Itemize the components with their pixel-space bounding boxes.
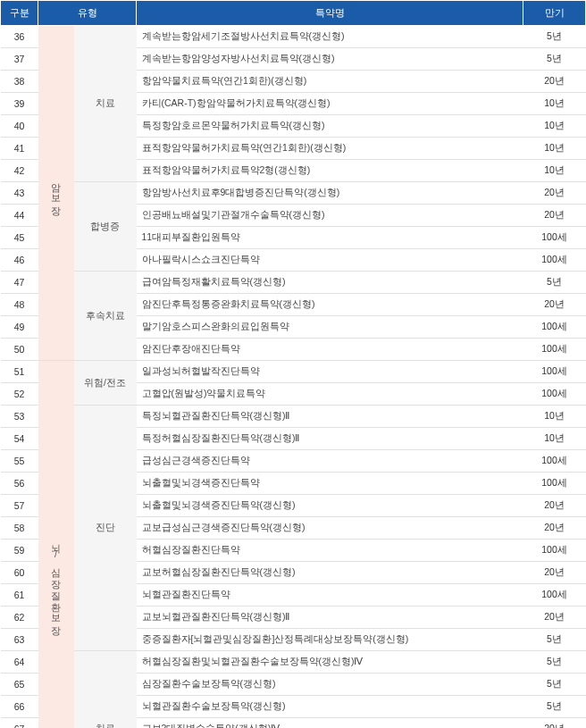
row-number: 37 <box>1 48 38 71</box>
rider-term: 100세 <box>523 227 586 249</box>
row-number: 51 <box>1 361 38 383</box>
type-cell: 진단 <box>74 406 137 651</box>
rider-term: 5년 <box>523 26 586 48</box>
rider-term: 20년 <box>523 182 586 205</box>
row-number: 59 <box>1 540 38 562</box>
row-number: 57 <box>1 495 38 517</box>
rider-name: 특정항암호르몬약물허가치료특약(갱신형) <box>137 115 523 138</box>
rider-term: 20년 <box>523 607 586 629</box>
rider-name: 인공배뇨배설및기관절개수술특약(갱신형) <box>137 205 523 227</box>
category-cell: 뇌/심장질환보장 <box>38 361 74 729</box>
row-number: 48 <box>1 294 38 316</box>
row-number: 47 <box>1 272 38 294</box>
rider-term: 100세 <box>523 584 586 607</box>
rider-name: 일과성뇌허혈발작진단특약 <box>137 361 523 383</box>
rider-term: 20년 <box>523 718 586 729</box>
rider-name: 특정뇌혈관질환진단특약(갱신형)Ⅱ <box>137 406 523 428</box>
table-row: 47후속치료급여암특정재활치료특약(갱신형)5년 <box>1 272 586 294</box>
rider-term: 100세 <box>523 540 586 562</box>
rider-name: 11대피부질환입원특약 <box>137 227 523 249</box>
row-number: 41 <box>1 138 38 160</box>
row-number: 60 <box>1 562 38 584</box>
rider-term: 10년 <box>523 406 586 428</box>
row-number: 49 <box>1 316 38 339</box>
rider-term: 20년 <box>523 71 586 93</box>
rider-name: 표적항암약물허가치료특약2형(갱신형) <box>137 160 523 182</box>
rider-term: 20년 <box>523 294 586 316</box>
rider-name: 뇌출혈및뇌경색증진단특약 <box>137 473 523 495</box>
rider-name: 허혈심장질환및뇌혈관질환수술보장특약(갱신형)Ⅳ <box>137 651 523 674</box>
row-number: 62 <box>1 607 38 629</box>
row-number: 38 <box>1 71 38 93</box>
rider-term: 100세 <box>523 383 586 406</box>
row-number: 42 <box>1 160 38 182</box>
rider-term: 20년 <box>523 495 586 517</box>
rider-term: 10년 <box>523 115 586 138</box>
category-cell: 암보장 <box>38 26 74 361</box>
table-row: 43합병증항암방사선치료후9대합병증진단특약(갱신형)20년 <box>1 182 586 205</box>
header-row: 구분 유형 특약명 만기 <box>1 1 586 26</box>
row-number: 36 <box>1 26 38 48</box>
rider-term: 5년 <box>523 48 586 71</box>
rider-name: 말기암호스피스완화의료입원특약 <box>137 316 523 339</box>
row-number: 65 <box>1 674 38 696</box>
header-term: 만기 <box>523 1 586 26</box>
rider-name: 교보허혈심장질환진단특약(갱신형) <box>137 562 523 584</box>
rider-term: 100세 <box>523 473 586 495</box>
riders-table: 구분 유형 특약명 만기 36암보장치료계속받는항암세기조절방사선치료특약(갱신… <box>0 0 586 728</box>
rider-term: 10년 <box>523 138 586 160</box>
rider-name: 뇌혈관질환진단특약 <box>137 584 523 607</box>
header-type: 유형 <box>38 1 137 26</box>
row-number: 39 <box>1 93 38 115</box>
row-number: 63 <box>1 629 38 651</box>
rider-term: 5년 <box>523 272 586 294</box>
rider-name: 특정허혈심장질환진단특약(갱신형)Ⅱ <box>137 428 523 450</box>
rider-term: 5년 <box>523 696 586 718</box>
row-number: 53 <box>1 406 38 428</box>
rider-name: 고혈압(원발성)약물치료특약 <box>137 383 523 406</box>
type-cell: 치료 <box>74 26 137 182</box>
rider-name: 표적항암약물허가치료특약(연간1회한)(갱신형) <box>137 138 523 160</box>
type-cell: 합병증 <box>74 182 137 272</box>
table-row: 36암보장치료계속받는항암세기조절방사선치료특약(갱신형)5년 <box>1 26 586 48</box>
type-cell: 치료 <box>74 651 137 729</box>
rider-term: 100세 <box>523 316 586 339</box>
rider-name: 카티(CAR-T)항암약물허가치료특약(갱신형) <box>137 93 523 115</box>
rider-name: 항암방사선치료후9대합병증진단특약(갱신형) <box>137 182 523 205</box>
row-number: 52 <box>1 383 38 406</box>
rider-name: 뇌혈관질환수술보장특약(갱신형) <box>137 696 523 718</box>
row-number: 40 <box>1 115 38 138</box>
rider-term: 100세 <box>523 450 586 473</box>
table-row: 53진단특정뇌혈관질환진단특약(갱신형)Ⅱ10년 <box>1 406 586 428</box>
rider-name: 항암약물치료특약(연간1회한)(갱신형) <box>137 71 523 93</box>
table-row: 64치료허혈심장질환및뇌혈관질환수술보장특약(갱신형)Ⅳ5년 <box>1 651 586 674</box>
rider-name: 심장질환수술보장특약(갱신형) <box>137 674 523 696</box>
row-number: 50 <box>1 339 38 361</box>
rider-name: 아나필락시스쇼크진단특약 <box>137 249 523 272</box>
header-name: 특약명 <box>137 1 523 26</box>
rider-term: 10년 <box>523 428 586 450</box>
rider-term: 10년 <box>523 93 586 115</box>
row-number: 46 <box>1 249 38 272</box>
rider-term: 100세 <box>523 249 586 272</box>
row-number: 67 <box>1 718 38 729</box>
row-number: 43 <box>1 182 38 205</box>
rider-name: 교보2대질병수술특약(갱신형)Ⅳ <box>137 718 523 729</box>
row-number: 55 <box>1 450 38 473</box>
row-number: 44 <box>1 205 38 227</box>
row-number: 66 <box>1 696 38 718</box>
row-number: 58 <box>1 517 38 540</box>
rider-term: 20년 <box>523 205 586 227</box>
row-number: 64 <box>1 651 38 674</box>
rider-name: 계속받는항암양성자방사선치료특약(갱신형) <box>137 48 523 71</box>
rider-name: 급성심근경색증진단특약 <box>137 450 523 473</box>
table-row: 51뇌/심장질환보장위험/전조일과성뇌허혈발작진단특약100세 <box>1 361 586 383</box>
rider-name: 중증질환자[뇌혈관및심장질환]산정특례대상보장특약(갱신형) <box>137 629 523 651</box>
row-number: 45 <box>1 227 38 249</box>
rider-name: 뇌출혈및뇌경색증진단특약(갱신형) <box>137 495 523 517</box>
rider-name: 급여암특정재활치료특약(갱신형) <box>137 272 523 294</box>
type-cell: 위험/전조 <box>74 361 137 406</box>
rider-term: 100세 <box>523 339 586 361</box>
rider-name: 허혈심장질환진단특약 <box>137 540 523 562</box>
type-cell: 후속치료 <box>74 272 137 361</box>
